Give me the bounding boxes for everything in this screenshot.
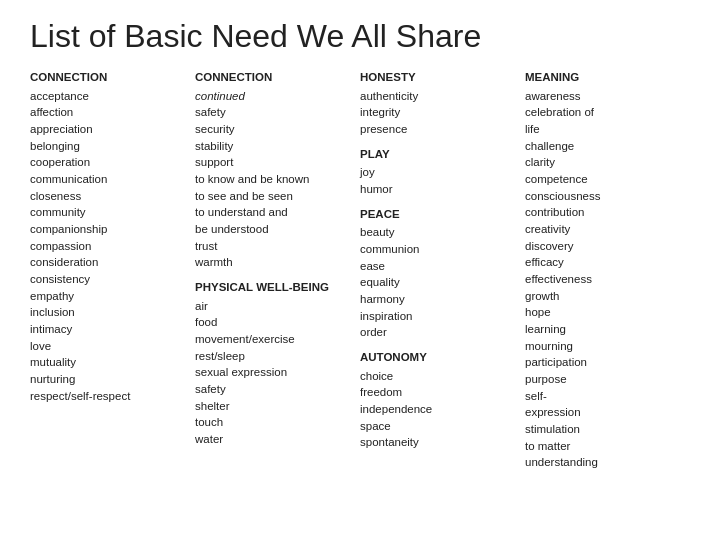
list-item: rest/sleep (195, 348, 352, 365)
list-item: self- (525, 388, 682, 405)
list-item: compassion (30, 238, 187, 255)
list-item: to understand and (195, 204, 352, 221)
list-item: consideration (30, 254, 187, 271)
list-item: consciousness (525, 188, 682, 205)
list-item: expression (525, 404, 682, 421)
list-item: to know and be known (195, 171, 352, 188)
list-item: consistency (30, 271, 187, 288)
list-item: acceptance (30, 88, 187, 105)
list-item: choice (360, 368, 517, 385)
section-heading: MEANING (525, 69, 682, 86)
list-item: communication (30, 171, 187, 188)
list-item: nurturing (30, 371, 187, 388)
list-item: to see and be seen (195, 188, 352, 205)
list-item: growth (525, 288, 682, 305)
list-item: clarity (525, 154, 682, 171)
list-item: life (525, 121, 682, 138)
list-item: harmony (360, 291, 517, 308)
list-item: intimacy (30, 321, 187, 338)
list-item: purpose (525, 371, 682, 388)
page: List of Basic Need We All Share CONNECTI… (0, 0, 720, 481)
list-item: cooperation (30, 154, 187, 171)
list-item: love (30, 338, 187, 355)
list-item: community (30, 204, 187, 221)
section-subheading: continued (195, 88, 352, 105)
column-col3: HONESTYauthenticityintegritypresencePLAY… (360, 69, 525, 471)
list-item: freedom (360, 384, 517, 401)
list-item: companionship (30, 221, 187, 238)
list-item: safety (195, 104, 352, 121)
section-heading: CONNECTION (30, 69, 187, 86)
list-item: mutuality (30, 354, 187, 371)
list-item: warmth (195, 254, 352, 271)
list-item: space (360, 418, 517, 435)
list-item: contribution (525, 204, 682, 221)
list-item: shelter (195, 398, 352, 415)
list-item: joy (360, 164, 517, 181)
list-item: water (195, 431, 352, 448)
section-heading: CONNECTION (195, 69, 352, 86)
list-item: equality (360, 274, 517, 291)
list-item: belonging (30, 138, 187, 155)
column-col1: CONNECTIONacceptanceaffectionappreciatio… (30, 69, 195, 471)
list-item: effectiveness (525, 271, 682, 288)
list-item: empathy (30, 288, 187, 305)
list-item: food (195, 314, 352, 331)
list-item: appreciation (30, 121, 187, 138)
list-item: challenge (525, 138, 682, 155)
list-item: spontaneity (360, 434, 517, 451)
column-col2: CONNECTIONcontinuedsafetysecuritystabili… (195, 69, 360, 471)
list-item: competence (525, 171, 682, 188)
list-item: efficacy (525, 254, 682, 271)
list-item: participation (525, 354, 682, 371)
list-item: hope (525, 304, 682, 321)
list-item: discovery (525, 238, 682, 255)
list-item: air (195, 298, 352, 315)
page-title: List of Basic Need We All Share (30, 18, 690, 55)
list-item: inspiration (360, 308, 517, 325)
list-item: understanding (525, 454, 682, 471)
list-item: sexual expression (195, 364, 352, 381)
list-item: authenticity (360, 88, 517, 105)
list-item: support (195, 154, 352, 171)
list-item: to matter (525, 438, 682, 455)
list-item: independence (360, 401, 517, 418)
list-item: ease (360, 258, 517, 275)
list-item: affection (30, 104, 187, 121)
list-item: stability (195, 138, 352, 155)
list-item: safety (195, 381, 352, 398)
list-item: movement/exercise (195, 331, 352, 348)
list-item: celebration of (525, 104, 682, 121)
list-item: communion (360, 241, 517, 258)
section-heading: PLAY (360, 146, 517, 163)
list-item: trust (195, 238, 352, 255)
list-item: learning (525, 321, 682, 338)
section-heading: AUTONOMY (360, 349, 517, 366)
list-item: beauty (360, 224, 517, 241)
section-heading: HONESTY (360, 69, 517, 86)
list-item: stimulation (525, 421, 682, 438)
column-col4: MEANINGawarenesscelebration oflifechalle… (525, 69, 690, 471)
list-item: integrity (360, 104, 517, 121)
list-item: be understood (195, 221, 352, 238)
list-item: closeness (30, 188, 187, 205)
list-item: presence (360, 121, 517, 138)
list-item: order (360, 324, 517, 341)
list-item: mourning (525, 338, 682, 355)
columns-container: CONNECTIONacceptanceaffectionappreciatio… (30, 69, 690, 471)
list-item: touch (195, 414, 352, 431)
list-item: respect/self-respect (30, 388, 187, 405)
section-heading: PEACE (360, 206, 517, 223)
list-item: awareness (525, 88, 682, 105)
list-item: security (195, 121, 352, 138)
list-item: creativity (525, 221, 682, 238)
list-item: inclusion (30, 304, 187, 321)
list-item: humor (360, 181, 517, 198)
section-heading: PHYSICAL WELL-BEING (195, 279, 352, 296)
